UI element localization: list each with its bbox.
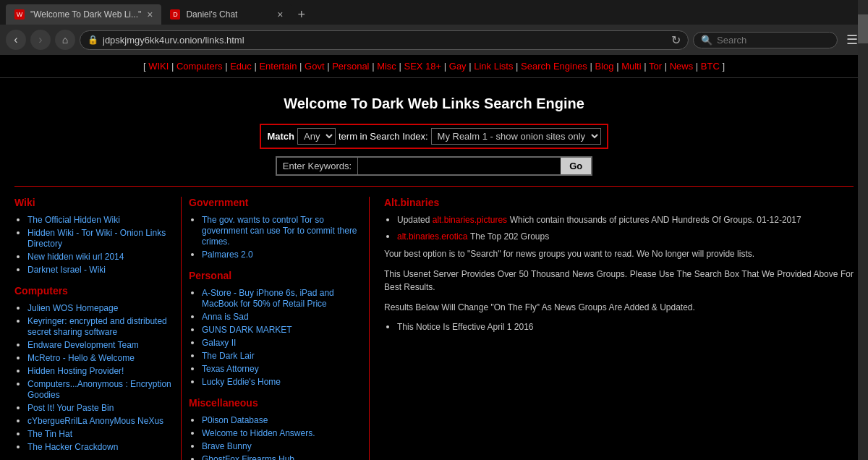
wiki-link-1[interactable]: The Official Hidden Wiki (27, 215, 120, 225)
nav-bracket-close: ] (722, 61, 725, 72)
search-box-area: Match Any All term in Search Index: My R… (14, 124, 854, 176)
comp-link-10[interactable]: The Hacker Crackdown (27, 442, 118, 452)
list-item: alt.binaries.erotica The Top 202 Groups (397, 231, 854, 242)
keyword-label: Enter Keywords: (277, 158, 358, 174)
nav-wiki[interactable]: WIKI (148, 61, 169, 72)
wiki-link-2[interactable]: Hidden Wiki - Tor Wiki - Onion Links Dir… (27, 228, 166, 249)
list-item: Anna is Sad (202, 311, 362, 322)
nav-news[interactable]: News (670, 61, 694, 72)
address-bar[interactable]: 🔒 ↻ (80, 30, 689, 50)
pers-link-3[interactable]: GUNS DARK MARKET (202, 325, 292, 335)
list-item: Texas Attorney (202, 363, 362, 374)
nav-computers[interactable]: Computers (176, 61, 223, 72)
list-item: cYbergueRrilLa AnonyMous NeXus (27, 415, 174, 426)
alt-erotica-link[interactable]: alt.binaries.erotica (397, 231, 467, 242)
computers-section-title: Computers (14, 285, 174, 297)
tab-close-darkweb[interactable]: × (147, 9, 153, 20)
nav-misc[interactable]: Misc (377, 61, 396, 72)
comp-link-6[interactable]: Computers...Anonymous : Encryption Goodi… (27, 379, 171, 400)
nav-multi[interactable]: Multi (621, 61, 641, 72)
nav-blog[interactable]: Blog (595, 61, 614, 72)
nav-linklists[interactable]: Link Lists (474, 61, 513, 72)
nav-personal[interactable]: Personal (332, 61, 369, 72)
pers-link-2[interactable]: Anna is Sad (202, 312, 249, 322)
wiki-link-3[interactable]: New hidden wiki url 2014 (27, 252, 124, 262)
list-item: Welcome to Hidden Answers. (202, 427, 362, 438)
list-item: Lucky Eddie's Home (202, 376, 362, 387)
list-item: The Dark Lair (202, 350, 362, 361)
list-item: Updated alt.binaries.pictures Which cont… (397, 214, 854, 225)
page-content: [ WIKI | Computers | Educ | Entertain | … (0, 55, 868, 460)
term-label: term in Search Index: (339, 131, 428, 142)
comp-link-3[interactable]: Endware Development Team (27, 340, 139, 350)
forward-button[interactable]: › (30, 30, 51, 50)
nav-bar: [ WIKI | Computers | Educ | Entertain | … (0, 55, 868, 78)
comp-link-9[interactable]: The Tin Hat (27, 429, 72, 439)
computers-link-list: Julien WOS Homepage Keyringer: encrypted… (14, 302, 174, 452)
comp-link-4[interactable]: McRetro - Hello & Welcome (27, 353, 135, 363)
gov-link-1[interactable]: The gov. wants to control Tor so governm… (202, 215, 357, 247)
notice-list: This Notice Is Effective April 1 2016 (384, 321, 854, 332)
nav-entertain[interactable]: Entertain (259, 61, 297, 72)
wiki-section-title: Wiki (14, 197, 174, 208)
match-select[interactable]: Any All (297, 128, 336, 145)
personal-section-title: Personal (189, 270, 362, 281)
list-item: Galaxy II (202, 337, 362, 348)
index-select[interactable]: My Realm 1 - show onion sites only (431, 128, 601, 145)
keyword-row: Enter Keywords: Go (276, 156, 592, 176)
alt-erotica-desc: The Top 202 Groups (470, 231, 549, 242)
tab-icon-darkweb: W (14, 9, 25, 20)
scrollbar-thumb[interactable] (858, 14, 868, 43)
pers-link-5[interactable]: The Dark Lair (202, 351, 255, 361)
go-button[interactable]: Go (561, 158, 591, 174)
tab-close-danielschat[interactable]: × (277, 9, 283, 20)
misc-link-3[interactable]: Brave Bunny (202, 441, 252, 451)
back-button[interactable]: ‹ (6, 30, 26, 50)
misc-link-1[interactable]: P0ison Database (202, 415, 268, 425)
tab-darkweb[interactable]: W "Welcome To Dark Web Li..." × (6, 4, 161, 25)
pers-link-6[interactable]: Texas Attorney (202, 364, 259, 374)
list-item: Hidden Hosting Provider! (27, 365, 174, 376)
pers-link-7[interactable]: Lucky Eddie's Home (202, 377, 281, 387)
nav-sex18[interactable]: SEX 18+ (404, 61, 441, 72)
tab-icon-danielschat: D (170, 9, 180, 20)
nav-gay[interactable]: Gay (449, 61, 467, 72)
list-item: Keyringer: encrypted and distributed sec… (27, 315, 174, 337)
alt-pictures-desc: Which contain thousands of pictures AND … (510, 215, 801, 225)
browser-search-bar[interactable]: 🔍 (693, 32, 838, 48)
gov-link-2[interactable]: Palmares 2.0 (202, 250, 253, 260)
pers-link-1[interactable]: A-Store - Buy iPhone 6s, iPad and MacBoo… (202, 288, 334, 309)
list-item: A-Store - Buy iPhone 6s, iPad and MacBoo… (202, 287, 362, 309)
tab-danielschat[interactable]: D Daniel's Chat × (161, 4, 292, 25)
comp-link-7[interactable]: Post It! Your Paste Bin (27, 403, 114, 413)
list-item: Computers...Anonymous : Encryption Goodi… (27, 378, 174, 400)
scrollbar[interactable] (858, 0, 868, 460)
alt-pictures-link[interactable]: alt.binaries.pictures (433, 215, 507, 225)
list-item: New hidden wiki url 2014 (27, 251, 174, 262)
misc-section-title: Miscellaneous (189, 397, 362, 409)
alt-para1: Your best option is to "Search" for news… (384, 247, 854, 260)
alt-binaries-title: Alt.binaries (384, 197, 854, 208)
misc-link-4[interactable]: GhostFox Firearms Hub (202, 454, 294, 460)
reload-button[interactable]: ↻ (671, 33, 681, 47)
nav-btc[interactable]: BTC (701, 61, 720, 72)
misc-link-2[interactable]: Welcome to Hidden Answers. (202, 428, 315, 438)
nav-govt[interactable]: Govt (305, 61, 324, 72)
new-tab-button[interactable]: + (292, 7, 311, 22)
browser-search-icon: 🔍 (701, 35, 712, 46)
nav-tor[interactable]: Tor (649, 61, 662, 72)
wiki-link-4[interactable]: Darknet Israel - Wiki (27, 265, 106, 275)
comp-link-2[interactable]: Keyringer: encrypted and distributed sec… (27, 316, 167, 337)
personal-link-list: A-Store - Buy iPhone 6s, iPad and MacBoo… (189, 287, 362, 387)
address-input[interactable] (103, 35, 667, 46)
comp-link-8[interactable]: cYbergueRrilLa AnonyMous NeXus (27, 416, 163, 426)
nav-searchengines[interactable]: Search Engines (521, 61, 587, 72)
list-item: The Tin Hat (27, 428, 174, 439)
keyword-input[interactable] (358, 158, 561, 174)
browser-search-input[interactable] (717, 35, 830, 46)
pers-link-4[interactable]: Galaxy II (202, 338, 236, 348)
nav-educ[interactable]: Educ (230, 61, 252, 72)
comp-link-5[interactable]: Hidden Hosting Provider! (27, 366, 124, 376)
match-label: Match (267, 131, 294, 142)
comp-link-1[interactable]: Julien WOS Homepage (27, 303, 118, 313)
